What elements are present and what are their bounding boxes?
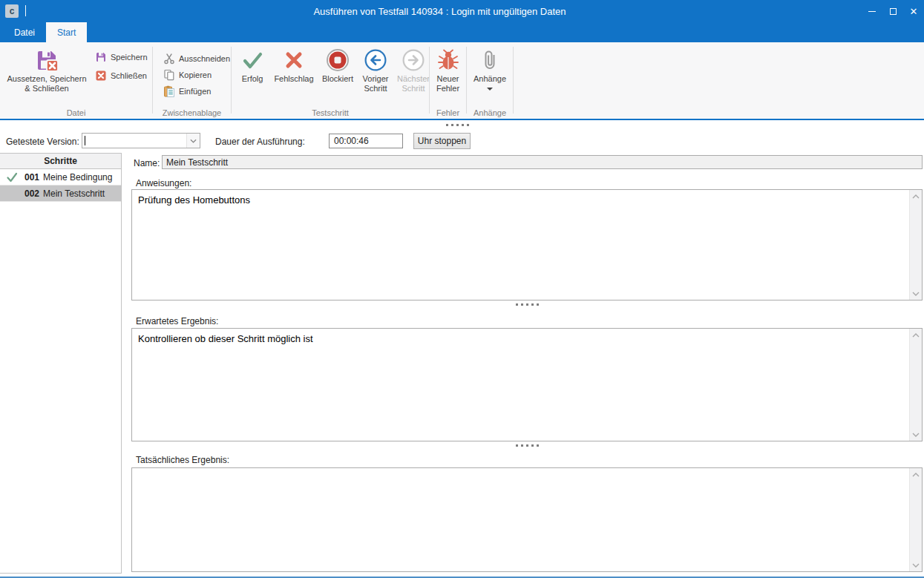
actual-result-textbox [131, 467, 923, 572]
chevron-up-icon [912, 194, 920, 199]
attachments-button[interactable]: Anhänge [470, 42, 510, 91]
group-separator [513, 47, 514, 114]
pass-check-icon [240, 48, 264, 72]
suspend-save-close-label-line1: Aussetzen, Speichern [7, 74, 86, 84]
tab-datei[interactable]: Datei [3, 22, 46, 42]
paste-icon [163, 85, 175, 97]
close-testrun-label: Schließen [111, 71, 147, 80]
window-controls: ✕ [862, 0, 924, 22]
fail-x-icon [282, 48, 306, 72]
ribbon-tabs: Datei Start [0, 22, 924, 42]
maximize-button[interactable] [882, 0, 903, 22]
instructions-textarea[interactable]: Prüfung des Homebuttons [132, 190, 909, 300]
group-caption-fehler: Fehler [430, 108, 466, 117]
titlebar: c Ausführen von Testfall 140934 : Login … [0, 0, 924, 22]
group-caption-testschritt: Testschritt [232, 108, 429, 117]
scroll-up-button[interactable] [910, 468, 923, 481]
text-caret [85, 136, 85, 145]
splitter-handle-2[interactable] [516, 444, 539, 447]
titlebar-separator [25, 5, 26, 16]
expected-result-scrollbar[interactable] [909, 329, 922, 441]
close-icon: ✕ [910, 7, 918, 16]
paste-label: Einfügen [179, 87, 211, 96]
ribbon-group-datei: Aussetzen, Speichern & Schließen Speiche… [0, 42, 152, 119]
expected-result-textarea[interactable]: Kontrollieren ob dieser Schritt möglich … [132, 329, 909, 441]
minimize-button[interactable] [862, 0, 882, 22]
close-testrun-icon [95, 70, 107, 82]
app-window: c Ausführen von Testfall 140934 : Login … [0, 0, 924, 578]
pass-label: Erfolg [242, 74, 263, 84]
group-caption-zwischenablage: Zwischenablage [153, 108, 231, 117]
scroll-up-button[interactable] [910, 190, 923, 203]
step-number: 001 [24, 172, 39, 183]
chevron-down-icon [912, 563, 920, 568]
actual-result-label: Tatsächliches Ergebnis: [136, 455, 229, 465]
suspend-save-close-icon [35, 48, 59, 72]
blocked-button[interactable]: Blockiert [319, 42, 356, 84]
instructions-scrollbar[interactable] [909, 190, 922, 300]
ribbon-group-testschritt: Erfolg Fehlschlag Blockiert [232, 42, 429, 119]
cut-button[interactable]: Ausschneiden [163, 51, 230, 66]
previous-step-button[interactable]: Voriger Schritt [358, 42, 393, 93]
tab-start[interactable]: Start [46, 22, 87, 42]
chevron-up-icon [912, 473, 920, 477]
chevron-down-icon [912, 292, 920, 296]
ribbon-group-anhaenge: Anhänge Anhänge [467, 42, 513, 119]
app-icon[interactable]: c [5, 4, 19, 18]
next-step-icon [402, 48, 425, 72]
actual-result-textarea[interactable] [132, 468, 909, 571]
scroll-down-button[interactable] [910, 428, 923, 441]
top-splitter-handle[interactable] [446, 124, 469, 126]
blocked-label: Blockiert [322, 74, 353, 84]
ribbon-group-fehler: Neuer Fehler Fehler [430, 42, 466, 119]
save-button[interactable]: Speichern [95, 50, 148, 65]
ribbon-group-zwischenablage: Ausschneiden Kopieren Einfügen Zwischena… [153, 42, 231, 119]
bug-icon [436, 48, 460, 72]
minimize-icon [868, 11, 876, 12]
group-caption-datei: Datei [0, 108, 152, 117]
copy-icon [163, 69, 175, 81]
copy-button[interactable]: Kopieren [163, 68, 212, 82]
chevron-up-icon [912, 333, 920, 338]
save-label: Speichern [111, 53, 148, 62]
next-step-button[interactable]: Nächster Schritt [395, 42, 432, 93]
duration-field[interactable]: 00:00:46 [329, 134, 403, 148]
tested-version-combobox[interactable] [82, 133, 200, 148]
instructions-label: Anweisungen: [136, 178, 191, 188]
name-field[interactable]: Mein Testschritt [162, 155, 923, 169]
suspend-save-close-button[interactable]: Aussetzen, Speichern & Schließen [3, 42, 91, 93]
combobox-dropdown-button[interactable] [186, 134, 200, 148]
fail-button[interactable]: Fehlschlag [270, 42, 318, 84]
close-testrun-button[interactable]: Schließen [95, 68, 147, 83]
save-icon [95, 51, 107, 63]
stop-clock-button[interactable]: Uhr stoppen [413, 133, 471, 149]
splitter-handle-1[interactable] [516, 303, 539, 306]
previous-step-label-line2: Schritt [364, 84, 387, 93]
expected-result-textbox: Kontrollieren ob dieser Schritt möglich … [131, 328, 923, 441]
previous-step-label-line1: Voriger [363, 74, 389, 84]
new-defect-button[interactable]: Neuer Fehler [431, 42, 465, 93]
step-list-item-2[interactable]: 002 Mein Testschritt [0, 185, 121, 202]
copy-label: Kopieren [179, 70, 212, 79]
actual-result-scrollbar[interactable] [909, 468, 922, 571]
fail-label: Fehlschlag [274, 74, 313, 84]
next-step-label-line2: Schritt [402, 84, 425, 93]
maximize-icon [890, 8, 897, 15]
steps-sidebar: Schritte 001 Meine Bedingung 002 Mein Te… [0, 153, 122, 574]
paste-button[interactable]: Einfügen [163, 84, 211, 99]
step-list-item-1[interactable]: 001 Meine Bedingung [0, 169, 121, 185]
ribbon-accent-line [0, 119, 924, 120]
step-label: Meine Bedingung [43, 172, 112, 183]
pass-button[interactable]: Erfolg [236, 42, 269, 84]
duration-label: Dauer der Ausführung: [215, 137, 305, 147]
expected-result-label: Erwartetes Ergebnis: [136, 316, 218, 326]
chevron-down-icon [190, 139, 197, 143]
close-button[interactable]: ✕ [903, 0, 924, 22]
scroll-up-button[interactable] [910, 329, 923, 341]
ribbon: Aussetzen, Speichern & Schließen Speiche… [0, 42, 924, 119]
new-defect-label-line1: Neuer [437, 74, 459, 84]
tested-version-label: Getestete Version: [6, 137, 79, 147]
scroll-down-button[interactable] [910, 287, 923, 300]
name-label: Name: [134, 158, 160, 168]
scroll-down-button[interactable] [910, 559, 923, 571]
